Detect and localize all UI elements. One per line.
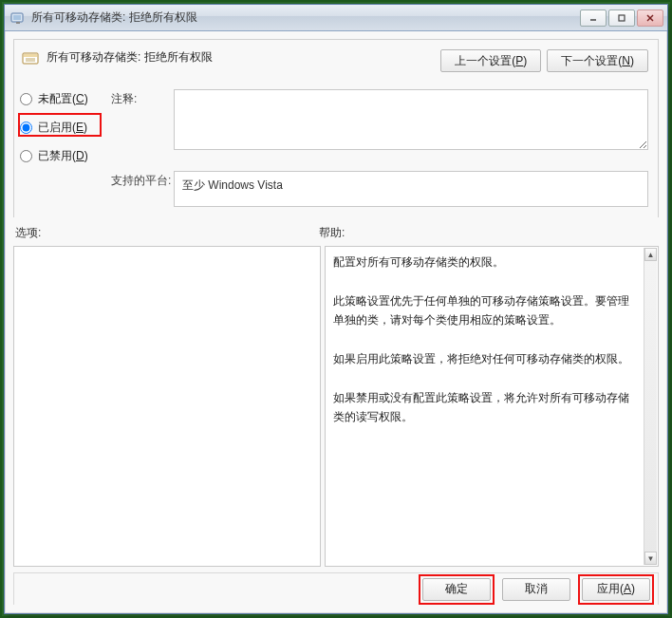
svg-rect-8 <box>24 54 37 57</box>
next-setting-button[interactable]: 下一个设置(N) <box>547 49 648 72</box>
options-panel <box>13 246 321 567</box>
scroll-up-arrow-icon[interactable]: ▲ <box>644 248 657 261</box>
minimize-button[interactable] <box>580 9 607 27</box>
help-panel: 配置对所有可移动存储类的权限。 此策略设置优先于任何单独的可移动存储策略设置。要… <box>325 246 659 567</box>
svg-rect-2 <box>16 22 20 24</box>
policy-icon <box>22 50 41 66</box>
radio-disabled[interactable]: 已禁用(D) <box>20 146 88 165</box>
maximize-button[interactable] <box>608 9 635 27</box>
close-button[interactable] <box>637 9 663 27</box>
svg-rect-4 <box>619 15 625 21</box>
radio-disabled-label: 已禁用(D) <box>38 148 88 164</box>
policy-top-section: 所有可移动存储类: 拒绝所有权限 上一个设置(P) 下一个设置(N) 未配置(C… <box>13 39 659 217</box>
radio-not-configured[interactable]: 未配置(C) <box>20 89 88 108</box>
help-scrollbar[interactable]: ▲ ▼ <box>644 248 657 565</box>
dialog-footer: 确定 取消 应用(A) <box>13 572 659 605</box>
comment-textarea[interactable] <box>174 89 648 150</box>
cancel-button[interactable]: 取消 <box>502 578 570 601</box>
radio-disabled-input[interactable] <box>20 150 32 162</box>
svg-rect-1 <box>13 15 21 20</box>
scroll-down-arrow-icon[interactable]: ▼ <box>644 552 657 565</box>
supported-platform-label: 支持的平台: <box>111 173 171 189</box>
system-icon <box>10 10 26 26</box>
panels-row: 配置对所有可移动存储类的权限。 此策略设置优先于任何单独的可移动存储策略设置。要… <box>13 246 659 567</box>
window-title: 所有可移动存储类: 拒绝所有权限 <box>31 9 580 26</box>
radio-not-configured-input[interactable] <box>20 93 32 105</box>
ok-button-wrap: 确定 <box>422 578 491 601</box>
help-text: 配置对所有可移动存储类的权限。 此策略设置优先于任何单独的可移动存储策略设置。要… <box>333 253 639 560</box>
dialog-window: 所有可移动存储类: 拒绝所有权限 所有可移动存储类: 拒绝所有权限 上一个设置(… <box>4 4 668 614</box>
radio-enabled-input[interactable] <box>20 122 32 134</box>
client-area: 所有可移动存储类: 拒绝所有权限 上一个设置(P) 下一个设置(N) 未配置(C… <box>5 31 667 613</box>
nav-buttons: 上一个设置(P) 下一个设置(N) <box>440 49 648 72</box>
window-controls <box>580 9 663 27</box>
help-label: 帮助: <box>317 225 659 244</box>
policy-title-text: 所有可移动存储类: 拒绝所有权限 <box>47 49 213 66</box>
options-label: 选项: <box>13 225 317 244</box>
cancel-button-wrap: 取消 <box>502 578 570 601</box>
apply-button[interactable]: 应用(A) <box>582 578 650 601</box>
supported-platform-value: 至少 Windows Vista <box>174 171 648 207</box>
previous-setting-button[interactable]: 上一个设置(P) <box>440 49 541 72</box>
titlebar[interactable]: 所有可移动存储类: 拒绝所有权限 <box>5 5 667 31</box>
apply-button-wrap: 应用(A) <box>582 578 650 601</box>
comment-label: 注释: <box>111 91 137 107</box>
state-radio-group: 未配置(C) 已启用(E) 已禁用(D) <box>20 89 88 165</box>
ok-button[interactable]: 确定 <box>422 578 491 601</box>
radio-enabled-label: 已启用(E) <box>38 120 87 136</box>
mid-labels: 选项: 帮助: <box>13 225 659 244</box>
radio-not-configured-label: 未配置(C) <box>38 91 88 107</box>
radio-enabled[interactable]: 已启用(E) <box>20 118 88 137</box>
